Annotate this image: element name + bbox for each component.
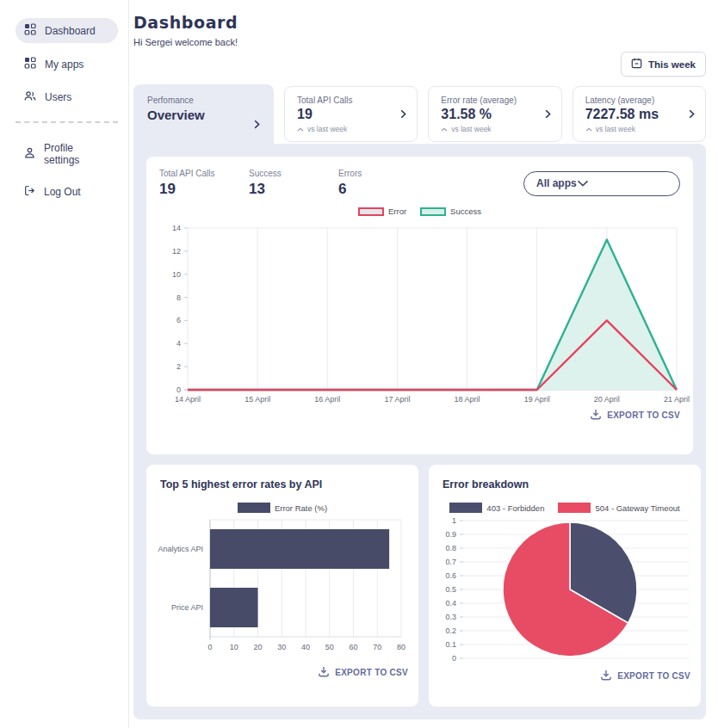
stat-card-value: 19 <box>297 107 406 122</box>
svg-text:80: 80 <box>397 643 405 651</box>
svg-text:14 April: 14 April <box>175 395 201 404</box>
svg-text:70: 70 <box>373 643 381 651</box>
legend-item-error-rate[interactable]: Error Rate (%) <box>238 503 327 513</box>
card-title: Top 5 highest error rates by API <box>160 478 408 490</box>
svg-text:15 April: 15 April <box>244 395 270 404</box>
stat-card-compare: vs last week <box>297 125 406 133</box>
export-csv-link[interactable]: EXPORT TO CSV <box>159 409 680 422</box>
svg-text:17 April: 17 April <box>384 395 410 404</box>
legend-item-error[interactable]: Error <box>358 207 406 216</box>
api-calls-card: Total API Calls 19 Success 13 Errors 6 A… <box>146 157 693 454</box>
chevron-right-icon <box>254 117 260 133</box>
card-title: Error breakdown <box>443 478 690 490</box>
sidebar-item-label: Dashboard <box>45 25 96 37</box>
chevron-down-icon <box>577 177 589 189</box>
svg-text:21 April: 21 April <box>664 395 690 404</box>
overview-stats-row: Total API Calls 19 Success 13 Errors 6 A… <box>159 169 680 198</box>
forbidden-swatch <box>449 503 482 513</box>
sidebar-item-my-apps[interactable]: My apps <box>15 52 118 77</box>
svg-text:1: 1 <box>452 516 456 525</box>
tab-kicker: Perfomance <box>147 96 262 105</box>
svg-text:20 April: 20 April <box>594 395 620 404</box>
caret-up-icon <box>441 125 448 133</box>
svg-text:0: 0 <box>176 386 181 394</box>
error-swatch <box>358 207 384 216</box>
svg-text:0.6: 0.6 <box>445 571 456 580</box>
apps-filter-value: All apps <box>536 177 577 189</box>
legend-item-504[interactable]: 504 - Gateway Timeout <box>558 503 679 513</box>
svg-text:10: 10 <box>172 270 181 279</box>
svg-text:12: 12 <box>172 247 181 256</box>
overview-stat-total: Total API Calls 19 <box>159 169 249 198</box>
gateway-timeout-swatch <box>558 503 591 513</box>
svg-text:16 April: 16 April <box>314 395 340 404</box>
svg-text:0.5: 0.5 <box>445 585 456 594</box>
overview-panel: Total API Calls 19 Success 13 Errors 6 A… <box>133 144 706 719</box>
sidebar-item-label: Profile settings <box>44 142 109 166</box>
chevron-right-icon <box>689 107 695 122</box>
stat-card-latency[interactable]: Latency (average) 7227.58 ms vs last wee… <box>573 86 706 142</box>
svg-text:Price API: Price API <box>171 603 203 612</box>
svg-text:14: 14 <box>172 224 181 232</box>
top-errors-chart: 01020304050607080Analytics APIPrice API <box>157 515 408 661</box>
overview-stat-success: Success 13 <box>249 169 338 198</box>
svg-text:40: 40 <box>301 643 310 651</box>
download-icon <box>318 666 330 679</box>
svg-text:8: 8 <box>176 293 181 302</box>
sidebar-item-users[interactable]: Users <box>15 85 118 109</box>
legend-item-success[interactable]: Success <box>420 207 481 216</box>
chevron-right-icon <box>545 107 551 122</box>
top-errors-card: Top 5 highest error rates by API Error R… <box>146 465 418 706</box>
svg-text:10: 10 <box>230 643 238 651</box>
legend-item-403[interactable]: 403 - Forbidden <box>449 503 544 513</box>
stat-card-label: Error rate (average) <box>441 96 550 105</box>
grid-icon <box>24 57 36 71</box>
stat-card-total-api-calls[interactable]: Total API Calls 19 vs last week <box>284 86 418 142</box>
person-icon <box>24 147 35 161</box>
calendar-icon <box>631 58 642 71</box>
page-subtitle: Hi Sergei welcome back! <box>133 37 706 47</box>
svg-text:0.2: 0.2 <box>445 626 456 635</box>
svg-text:6: 6 <box>176 316 181 324</box>
chevron-right-icon <box>400 107 406 122</box>
error-rate-swatch <box>238 503 270 513</box>
svg-text:0.7: 0.7 <box>445 558 456 566</box>
error-breakdown-chart: 10.90.80.70.60.50.40.30.20.10 <box>439 516 690 664</box>
svg-text:19 April: 19 April <box>524 395 550 404</box>
tab-overview[interactable]: Perfomance Overview <box>133 84 274 144</box>
bottom-cards-row: Top 5 highest error rates by API Error R… <box>146 465 693 706</box>
sidebar-item-label: My apps <box>45 59 84 71</box>
apps-filter-dropdown[interactable]: All apps <box>523 171 680 196</box>
stat-card-value: 7227.58 ms <box>585 107 695 122</box>
svg-text:50: 50 <box>325 643 334 651</box>
svg-text:0.1: 0.1 <box>445 640 456 649</box>
tab-label: Overview <box>147 108 262 122</box>
sidebar-item-profile-settings[interactable]: Profile settings <box>15 137 118 171</box>
page-title: Dashboard <box>133 13 706 32</box>
export-csv-link[interactable]: EXPORT TO CSV <box>157 666 408 679</box>
bar-chart-legend: Error Rate (%) <box>157 503 408 513</box>
svg-text:0.9: 0.9 <box>445 530 456 539</box>
sidebar-item-log-out[interactable]: Log Out <box>15 180 118 204</box>
download-icon <box>600 669 612 682</box>
svg-text:4: 4 <box>176 339 181 348</box>
svg-text:0.8: 0.8 <box>445 544 456 552</box>
error-breakdown-card: Error breakdown 403 - Forbidden 504 - Ga… <box>429 465 701 706</box>
line-chart-legend: Error Success <box>159 207 680 216</box>
success-swatch <box>420 207 446 216</box>
period-label: This week <box>648 59 696 70</box>
logout-icon <box>24 185 35 199</box>
sidebar-item-label: Users <box>45 91 71 103</box>
svg-text:60: 60 <box>349 643 357 651</box>
export-csv-link[interactable]: EXPORT TO CSV <box>439 669 690 682</box>
stat-card-label: Latency (average) <box>585 96 695 105</box>
svg-text:0.3: 0.3 <box>445 613 456 621</box>
stat-card-error-rate[interactable]: Error rate (average) 31.58 % vs last wee… <box>428 86 561 142</box>
users-icon <box>24 90 36 104</box>
sidebar-item-dashboard[interactable]: Dashboard <box>15 18 118 43</box>
period-selector-button[interactable]: This week <box>621 52 706 77</box>
main-content: Dashboard Hi Sergei welcome back! This w… <box>133 0 706 719</box>
sidebar-divider <box>15 121 118 123</box>
svg-text:18 April: 18 April <box>455 395 480 404</box>
download-icon <box>590 409 602 422</box>
